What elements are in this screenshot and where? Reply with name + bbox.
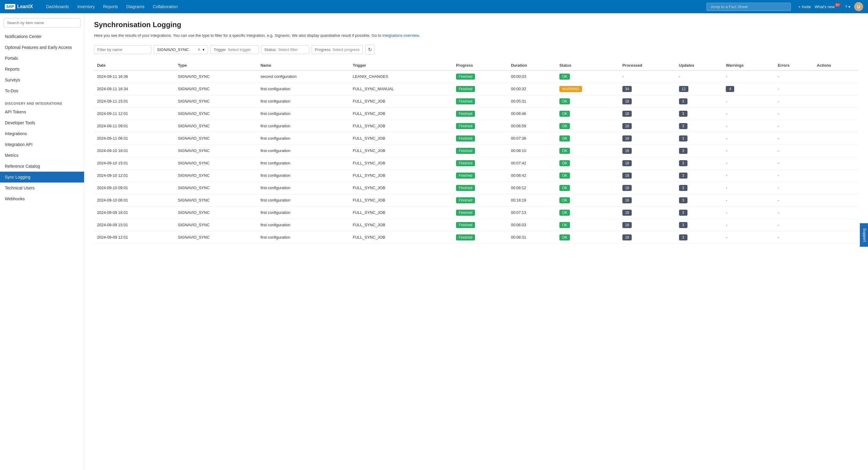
sidebar-item-integration-api[interactable]: Integration API [0, 139, 84, 150]
cell-type: SIGNAVIO_SYNC [175, 182, 257, 194]
filter-trigger-select[interactable]: Trigger Select trigger [210, 45, 258, 54]
cell-date[interactable]: 2024-09-09 15:01 [94, 219, 175, 231]
progress-badge: Finished [456, 210, 475, 216]
nav-inventory[interactable]: Inventory [74, 2, 98, 11]
support-button[interactable]: Support [860, 223, 868, 247]
cell-type: SIGNAVIO_SYNC [175, 95, 257, 108]
nav-diagrams[interactable]: Diagrams [123, 2, 148, 11]
updates-badge: 3 [679, 234, 687, 240]
cell-date[interactable]: 2024-09-11 06:01 [94, 132, 175, 145]
sidebar-item-notifications-center[interactable]: Notifications Center [0, 31, 84, 42]
cell-processed: 18 [619, 108, 676, 120]
sidebar-item-sync-logging[interactable]: Sync Logging [0, 172, 84, 182]
sidebar-item-developer-tools[interactable]: Developer Tools [0, 117, 84, 128]
cell-duration: 00:06:59 [508, 120, 556, 132]
nav-collaboration[interactable]: Collaboration [149, 2, 181, 11]
updates-badge: 3 [679, 123, 687, 129]
cell-errors: - [775, 182, 814, 194]
filter-type-select[interactable]: SIGNAVIO_SYNC ✕ ▾ [154, 45, 208, 54]
sidebar-item-to-dos[interactable]: To-Dos [0, 85, 84, 96]
cell-date[interactable]: 2024-09-11 15:01 [94, 95, 175, 108]
progress-badge: Finished [456, 185, 475, 191]
cell-date[interactable]: 2024-09-10 06:01 [94, 194, 175, 206]
cell-trigger: FULL_SYNC_JOB [350, 169, 453, 182]
table-row: 2024-09-11 06:01SIGNAVIO_SYNCfirst confi… [94, 132, 858, 145]
sidebar-item-reference-catalog[interactable]: Reference Catalog [0, 161, 84, 172]
cell-date[interactable]: 2024-09-09 18:01 [94, 206, 175, 219]
cell-name: first configuration [257, 120, 350, 132]
cell-updates: 3 [676, 219, 723, 231]
cell-processed: 18 [619, 219, 676, 231]
cell-updates: - [676, 70, 723, 83]
cell-date[interactable]: 2024-09-11 16:36 [94, 70, 175, 83]
filter-progress-select[interactable]: Progress Select progress [312, 45, 363, 54]
cell-date[interactable]: 2024-09-11 12:01 [94, 108, 175, 120]
cell-name: first configuration [257, 132, 350, 145]
cell-status: OK [556, 132, 619, 145]
sidebar-item-optional-features[interactable]: Optional Features and Early Access [0, 42, 84, 53]
sidebar-item-integrations[interactable]: Integrations [0, 128, 84, 139]
user-avatar[interactable]: U [854, 2, 863, 11]
cell-date[interactable]: 2024-09-10 15:01 [94, 157, 175, 169]
cell-date[interactable]: 2024-09-10 09:01 [94, 182, 175, 194]
filter-name-input[interactable] [94, 45, 151, 54]
cell-errors: - [775, 157, 814, 169]
logo[interactable]: SAP LeanIX [5, 4, 33, 9]
sidebar-item-surveys[interactable]: Surveys [0, 75, 84, 85]
cell-actions [814, 157, 858, 169]
updates-badge: 3 [679, 98, 687, 105]
refresh-button[interactable]: ↻ [365, 45, 375, 55]
table-row: 2024-09-10 09:01SIGNAVIO_SYNCfirst confi… [94, 182, 858, 194]
cell-date[interactable]: 2024-09-10 12:01 [94, 169, 175, 182]
cell-name: first configuration [257, 182, 350, 194]
cell-type: SIGNAVIO_SYNC [175, 108, 257, 120]
sidebar-item-webhooks[interactable]: Webhooks [0, 194, 84, 204]
cell-actions [814, 108, 858, 120]
processed-badge: 18 [622, 111, 632, 117]
sidebar-item-reports[interactable]: Reports [0, 64, 84, 75]
sidebar-search-input[interactable] [4, 18, 81, 27]
sidebar-item-portals[interactable]: Portals [0, 53, 84, 64]
filter-status-select[interactable]: Status: Select filter [261, 45, 309, 54]
col-warnings: Warnings [723, 61, 775, 70]
cell-warnings: - [723, 231, 775, 243]
nav-reports[interactable]: Reports [99, 2, 121, 11]
global-search-input[interactable] [707, 3, 791, 11]
updates-badge: 3 [679, 222, 687, 228]
processed-badge: 18 [622, 185, 632, 191]
warnings-badge: 4 [726, 86, 734, 92]
cell-type: SIGNAVIO_SYNC [175, 157, 257, 169]
cell-trigger: FULL_SYNC_JOB [350, 231, 453, 243]
cell-trigger: FULL_SYNC_JOB [350, 219, 453, 231]
cell-type: SIGNAVIO_SYNC [175, 83, 257, 95]
cell-warnings: - [723, 194, 775, 206]
invite-button[interactable]: + Invite [798, 4, 811, 9]
cell-date[interactable]: 2024-09-11 16:34 [94, 83, 175, 95]
updates-badge: 3 [679, 197, 687, 203]
cell-type: SIGNAVIO_SYNC [175, 169, 257, 182]
whatsnew-button[interactable]: What's new 9+ [815, 4, 841, 9]
cell-date[interactable]: 2024-09-11 09:01 [94, 120, 175, 132]
table-row: 2024-09-11 16:36SIGNAVIO_SYNCsecond conf… [94, 70, 858, 83]
cell-progress: Finished [453, 83, 508, 95]
table-row: 2024-09-11 16:34SIGNAVIO_SYNCfirst confi… [94, 83, 858, 95]
filter-type-clear[interactable]: ✕ [197, 47, 201, 52]
sidebar-item-metrics[interactable]: Metrics [0, 150, 84, 161]
help-button[interactable]: ? ▾ [845, 4, 850, 9]
cell-processed: 18 [619, 95, 676, 108]
updates-badge: 3 [679, 210, 687, 216]
cell-errors: - [775, 83, 814, 95]
integrations-overview-link[interactable]: integrations overview [382, 33, 419, 38]
cell-date[interactable]: 2024-09-09 12:01 [94, 231, 175, 243]
cell-progress: Finished [453, 219, 508, 231]
sidebar-item-api-tokens[interactable]: API Tokens [0, 107, 84, 117]
cell-updates: 3 [676, 169, 723, 182]
cell-updates: 3 [676, 157, 723, 169]
progress-badge: Finished [456, 111, 475, 117]
nav-dashboards[interactable]: Dashboards [42, 2, 73, 11]
updates-badge: 12 [679, 86, 688, 92]
sidebar-item-technical-users[interactable]: Technical Users [0, 182, 84, 194]
brand-name: LeanIX [17, 4, 33, 9]
cell-date[interactable]: 2024-09-10 18:01 [94, 145, 175, 157]
sap-logo: SAP [5, 4, 16, 9]
